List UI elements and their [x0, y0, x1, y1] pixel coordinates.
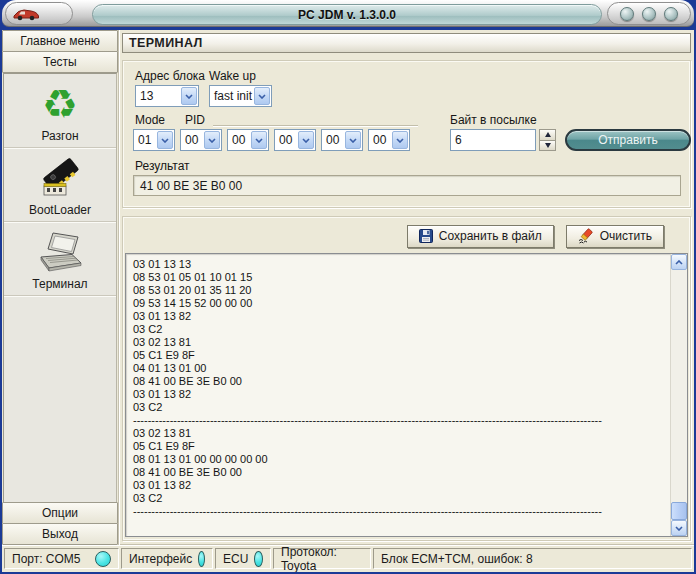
- address-select[interactable]: 13: [135, 85, 199, 107]
- output-button-row: Сохранить в файл Очистить: [123, 217, 690, 249]
- pid-label: PID: [185, 113, 205, 127]
- interface-indicator-icon: [198, 551, 205, 567]
- bytes-stepper: [539, 129, 556, 151]
- save-to-file-button[interactable]: Сохранить в файл: [407, 225, 554, 248]
- pid-select-2[interactable]: 00: [227, 129, 269, 151]
- pid-select-4[interactable]: 00: [321, 129, 363, 151]
- pid-value: 00: [275, 133, 297, 147]
- result-value: 41 00 BE 3E B0 00: [140, 179, 242, 193]
- port-indicator-icon: [95, 551, 111, 567]
- scroll-down-button[interactable]: [671, 520, 687, 536]
- chevron-down-icon[interactable]: [251, 131, 267, 149]
- minimize-button[interactable]: [620, 7, 634, 21]
- status-protocol-label: Протокол: Toyota: [281, 545, 363, 573]
- chevron-down-icon[interactable]: [392, 131, 408, 149]
- window-controls: [607, 2, 691, 25]
- content-area: ТЕРМИНАЛ Адрес блока 13 Wake up fast ini…: [119, 30, 694, 545]
- scrollbar-thumb[interactable]: [671, 502, 687, 520]
- address-label: Адрес блока: [135, 69, 205, 83]
- titlebar: PC JDM v. 1.3.0.0: [2, 0, 694, 30]
- pid-divider: [213, 125, 418, 126]
- output-panel: Сохранить в файл Очистить: [122, 216, 691, 541]
- sidebar-tool-list: ♻ Разгон: [3, 73, 117, 503]
- pid-value: 00: [228, 133, 250, 147]
- sidebar: Главное меню Тесты ♻ Разгон: [2, 30, 119, 545]
- tool-item-terminal[interactable]: Терминал: [4, 222, 116, 296]
- save-button-label: Сохранить в файл: [439, 229, 542, 243]
- mode-label: Mode: [135, 113, 165, 127]
- status-protocol: Протокол: Toyota: [273, 548, 371, 569]
- app-window: PC JDM v. 1.3.0.0 Главное меню Тесты ♻ Р…: [0, 0, 696, 574]
- pid-value: 00: [369, 133, 391, 147]
- chevron-down-icon[interactable]: [181, 87, 197, 105]
- mode-select[interactable]: 01: [133, 129, 175, 151]
- stepper-down-button[interactable]: [539, 140, 556, 152]
- sidebar-item-label: Выход: [42, 527, 78, 541]
- tool-list-empty-space: [4, 296, 116, 502]
- cartridge-icon: [37, 155, 83, 201]
- send-button-label: Отправить: [598, 133, 658, 147]
- status-interface-label: Интерфейс: [129, 552, 192, 566]
- title-pill: PC JDM v. 1.3.0.0: [92, 4, 602, 25]
- scrollbar-track[interactable]: [671, 270, 687, 520]
- tool-item-razgon[interactable]: ♻ Разгон: [4, 74, 116, 148]
- bytes-value: 6: [455, 133, 462, 147]
- pid-select-5[interactable]: 00: [368, 129, 410, 151]
- result-field: 41 00 BE 3E B0 00: [133, 175, 681, 196]
- chevron-down-icon[interactable]: [298, 131, 314, 149]
- recycle-icon: ♻: [42, 81, 78, 127]
- ecu-indicator-icon: [254, 551, 263, 567]
- wakeup-select[interactable]: fast init: [209, 85, 272, 107]
- clear-button-label: Очистить: [600, 229, 652, 243]
- request-form-panel: Адрес блока 13 Wake up fast init Mode PI…: [122, 60, 691, 208]
- status-block-label: Блок ECM+TCM, ошибок: 8: [381, 552, 533, 566]
- maximize-button[interactable]: [642, 7, 656, 21]
- pid-select-1[interactable]: 00: [180, 129, 222, 151]
- mode-value: 01: [134, 133, 156, 147]
- laptop-icon: [36, 229, 84, 275]
- terminal-log-box[interactable]: 03 01 13 13 08 53 01 05 01 10 01 15 08 5…: [125, 253, 688, 537]
- statusbar: Порт: COM5 Интерфейс ECU Протокол: Toyot…: [2, 545, 694, 572]
- tool-item-bootloader[interactable]: BootLoader: [4, 148, 116, 222]
- close-button[interactable]: [664, 7, 678, 21]
- app-icon-pill: [5, 2, 73, 25]
- page-title: ТЕРМИНАЛ: [122, 33, 691, 53]
- status-interface: Интерфейс: [121, 548, 213, 569]
- scroll-up-button[interactable]: [671, 254, 687, 270]
- chevron-down-icon[interactable]: [204, 131, 220, 149]
- terminal-output: 03 01 13 13 08 53 01 05 01 10 01 15 08 5…: [126, 254, 670, 536]
- status-ecu-label: ECU: [223, 552, 248, 566]
- floppy-icon: [419, 229, 433, 243]
- sidebar-item-tests[interactable]: Тесты: [2, 51, 118, 73]
- triangle-down-icon: [545, 143, 551, 148]
- bytes-label: Байт в посылке: [450, 113, 537, 127]
- wakeup-value: fast init: [210, 89, 253, 103]
- sidebar-item-label: Главное меню: [20, 34, 100, 48]
- chevron-down-icon[interactable]: [157, 131, 173, 149]
- sidebar-item-label: Опции: [42, 506, 78, 520]
- bytes-input[interactable]: 6: [450, 129, 536, 151]
- tool-label: Терминал: [32, 277, 87, 291]
- vertical-scrollbar[interactable]: [670, 254, 687, 536]
- status-block-info: Блок ECM+TCM, ошибок: 8: [373, 548, 692, 569]
- send-button[interactable]: Отправить: [565, 129, 691, 151]
- status-port: Порт: COM5: [4, 548, 119, 569]
- status-port-label: Порт: COM5: [12, 552, 81, 566]
- chevron-down-icon[interactable]: [345, 131, 361, 149]
- page-title-text: ТЕРМИНАЛ: [129, 36, 203, 50]
- car-icon: [12, 7, 40, 21]
- sidebar-item-main-menu[interactable]: Главное меню: [2, 30, 118, 52]
- result-label: Результат: [135, 159, 190, 173]
- pid-select-3[interactable]: 00: [274, 129, 316, 151]
- wakeup-label: Wake up: [209, 69, 256, 83]
- tool-label: BootLoader: [29, 203, 91, 217]
- stepper-up-button[interactable]: [539, 129, 556, 140]
- sidebar-item-options[interactable]: Опции: [2, 502, 118, 524]
- sidebar-item-exit[interactable]: Выход: [2, 523, 118, 545]
- window-title: PC JDM v. 1.3.0.0: [298, 8, 396, 22]
- address-value: 13: [136, 89, 180, 103]
- clear-button[interactable]: Очистить: [566, 225, 664, 248]
- chevron-down-icon[interactable]: [254, 87, 270, 105]
- triangle-up-icon: [545, 132, 551, 137]
- eraser-icon: [578, 228, 594, 244]
